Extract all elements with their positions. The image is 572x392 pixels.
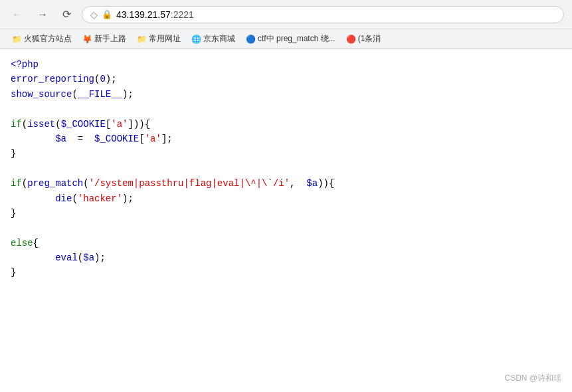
lock-icon: 🔒 xyxy=(102,9,112,19)
bookmark-last[interactable]: 🔴 (1条消 xyxy=(342,32,385,46)
code-line-12 xyxy=(11,221,561,235)
url-host: 43.139.21.57 xyxy=(116,9,171,20)
back-button[interactable]: ← xyxy=(8,6,27,23)
code-line-8 xyxy=(11,161,561,176)
bookmark-huohu[interactable]: 📁 火狐官方站点 xyxy=(8,32,76,46)
bookmark-ctf[interactable]: 🔵 ctf中 preg_match 绕... xyxy=(242,32,339,46)
code-line-13: else{ xyxy=(11,236,561,250)
bookmarks-bar: 📁 火狐官方站点 🦊 新手上路 📁 常用网址 🌐 京东商城 🔵 ctf中 pre… xyxy=(0,29,572,49)
forward-button[interactable]: → xyxy=(33,6,52,23)
bookmark-xinshou[interactable]: 🦊 新手上路 xyxy=(78,32,130,46)
code-line-10: die('hacker'); xyxy=(11,191,561,206)
code-area: <?php error_reporting(0); show_source(__… xyxy=(0,49,572,388)
watermark: CSDN @诗和瑶 xyxy=(504,373,561,384)
bookmark-changyong[interactable]: 📁 常用网址 xyxy=(133,32,185,46)
code-line-6: $a = $_COOKIE['a']; xyxy=(11,132,561,146)
nav-bar: ← → ⟳ ◇ 🔒 43.139.21.57:2221 xyxy=(0,0,572,29)
code-line-9: if(preg_match('/system|passthru|flag|eva… xyxy=(11,176,561,191)
url-port: :2221 xyxy=(171,9,194,20)
address-bar[interactable]: ◇ 🔒 43.139.21.57:2221 xyxy=(82,6,564,23)
url-text: 43.139.21.57:2221 xyxy=(116,9,194,20)
code-line-5: if(isset($_COOKIE['a'])){ xyxy=(11,117,561,132)
code-line-15: } xyxy=(11,265,561,280)
code-line-2: error_reporting(0); xyxy=(11,72,561,86)
code-line-4 xyxy=(11,102,561,116)
bookmark-jingdong[interactable]: 🌐 京东商城 xyxy=(187,32,239,46)
code-line-11: } xyxy=(11,206,561,221)
code-line-1: <?php xyxy=(11,57,561,72)
reload-button[interactable]: ⟳ xyxy=(58,5,75,23)
shield-icon: ◇ xyxy=(90,9,98,20)
browser-chrome: ← → ⟳ ◇ 🔒 43.139.21.57:2221 📁 火狐官方站点 🦊 新… xyxy=(0,0,572,49)
code-line-3: show_source(__FILE__); xyxy=(11,87,561,102)
code-line-7: } xyxy=(11,146,561,161)
code-line-14: eval($a); xyxy=(11,250,561,265)
